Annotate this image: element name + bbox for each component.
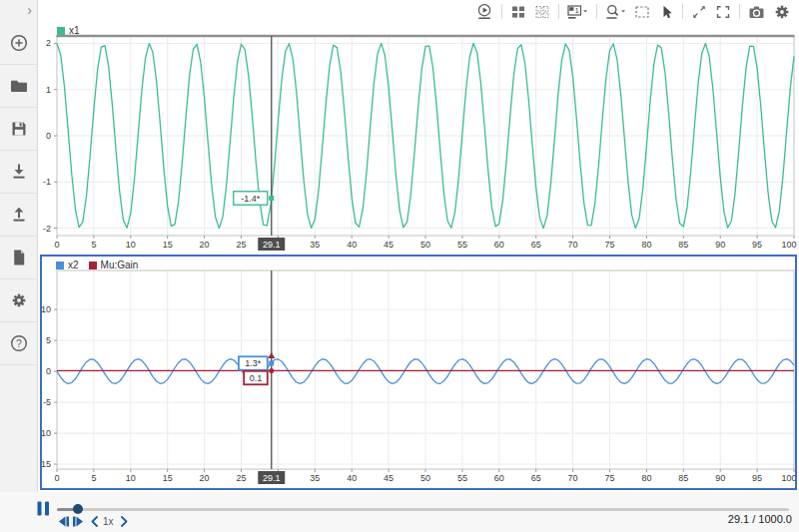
- sidebar-expand-chevron[interactable]: ›: [0, 0, 37, 22]
- x-tick-label: 25: [236, 473, 246, 483]
- legend-item-x2[interactable]: x2: [56, 260, 79, 270]
- x-tick-label: 5: [91, 473, 96, 483]
- toolbar-button-data-cursor[interactable]: 1: [567, 4, 588, 20]
- faster-button[interactable]: [120, 516, 129, 527]
- magnifier-icon: [605, 4, 626, 20]
- sidebar-item-settings[interactable]: [0, 279, 37, 322]
- x-tick-label: 45: [384, 240, 394, 250]
- x-tick-label: 65: [531, 473, 541, 483]
- sidebar-item-report[interactable]: [0, 237, 37, 279]
- y-tick-label: 10: [42, 304, 51, 314]
- pause-button[interactable]: [37, 501, 50, 516]
- cursor-time-label: 29.1: [263, 240, 281, 250]
- cursor-arrow-icon: [268, 352, 275, 358]
- slower-button[interactable]: [90, 516, 99, 527]
- step-back-button[interactable]: [57, 516, 70, 527]
- toolbar-button-fullscreen[interactable]: [715, 4, 731, 20]
- toolbar-button-run[interactable]: [476, 3, 493, 20]
- chevron-left-icon: [90, 516, 99, 527]
- step-forward-icon: [72, 516, 85, 527]
- x-tick-label: 70: [568, 240, 578, 250]
- fit-view-icon: [634, 4, 650, 20]
- x-tick-label: 15: [163, 473, 173, 483]
- x-tick-label: 5: [91, 240, 96, 250]
- fullscreen-icon: [715, 4, 731, 20]
- toolbar-button-plot-settings[interactable]: [773, 3, 791, 21]
- pointer-icon: [658, 4, 674, 20]
- time-slider[interactable]: [57, 508, 789, 511]
- legend-swatch-icon: [57, 27, 65, 35]
- toolbar-separator: [558, 4, 559, 19]
- gear-icon: [773, 3, 791, 21]
- cursor-time-label: 29.1: [263, 473, 281, 483]
- cursor-readout-value: 1.3*: [245, 358, 262, 368]
- legend-swatch-icon: [56, 262, 64, 269]
- x-tick-label: 100: [781, 473, 795, 483]
- x-tick-label: 75: [604, 240, 614, 250]
- legend-item-x1[interactable]: x1: [57, 25, 80, 36]
- sidebar-item-open[interactable]: [0, 65, 37, 108]
- x-tick-label: 85: [678, 473, 688, 483]
- time-slider-handle[interactable]: [73, 504, 83, 514]
- y-tick-label: 2: [46, 38, 51, 48]
- legend-item-Mu:Gain[interactable]: Mu:Gain: [89, 260, 139, 270]
- x-tick-label: 55: [457, 473, 467, 483]
- toolbar-button-zoom[interactable]: [605, 4, 626, 20]
- toolbar-separator: [501, 4, 502, 19]
- sidebar-item-import[interactable]: [0, 151, 37, 194]
- x-tick-label: 15: [163, 240, 173, 250]
- legend-label: x2: [68, 260, 79, 270]
- step-back-icon: [57, 516, 70, 527]
- x-tick-label: 65: [531, 240, 541, 250]
- bottom-plot[interactable]: 1050-5-10-150510152025354045505560657075…: [42, 268, 795, 488]
- time-display: 29.1 / 1000.0: [728, 513, 792, 525]
- sidebar-item-export[interactable]: [0, 194, 37, 237]
- top-plot[interactable]: 210-1-2051015202535404550556065707580859…: [38, 23, 799, 255]
- step-forward-button[interactable]: [72, 516, 85, 527]
- bottom-plot-legend: x2Mu:Gain: [56, 260, 138, 270]
- svg-text:1: 1: [575, 7, 579, 14]
- sidebar-item-save[interactable]: [0, 108, 37, 151]
- top-plot-legend: x1: [57, 25, 80, 36]
- y-tick-label: -2: [43, 224, 51, 234]
- toolbar-button-expand[interactable]: [691, 4, 707, 20]
- cursor-readout-value: -1.4*: [241, 194, 261, 204]
- x-tick-label: 90: [715, 240, 725, 250]
- toolbar-button-snapshot[interactable]: [748, 4, 765, 20]
- x-tick-label: 20: [200, 473, 210, 483]
- x-tick-label: 75: [604, 473, 614, 483]
- x-tick-label: 80: [641, 240, 651, 250]
- sidebar-item-help[interactable]: ?: [0, 322, 37, 365]
- x-tick-label: 85: [678, 240, 688, 250]
- toolbar: 1: [476, 0, 791, 23]
- x-tick-label: 35: [310, 240, 320, 250]
- x-tick-label: 0: [54, 473, 59, 483]
- x-tick-label: 80: [641, 473, 651, 483]
- cursor-marker: [269, 196, 274, 201]
- camera-icon: [748, 4, 765, 20]
- speed-label[interactable]: 1x: [103, 516, 114, 527]
- cursor-marker: [269, 360, 274, 365]
- legend-swatch-icon: [89, 262, 97, 269]
- expand-icon: [691, 4, 707, 20]
- document-icon: [9, 248, 29, 267]
- sidebar-item-add[interactable]: [0, 22, 37, 65]
- toolbar-button-layout-grid[interactable]: [510, 4, 526, 20]
- toolbar-button-fit-to-view[interactable]: [634, 4, 650, 20]
- y-tick-label: 0: [46, 366, 51, 376]
- x-tick-label: 70: [568, 473, 578, 483]
- toolbar-separator: [596, 4, 597, 19]
- x-tick-label: 25: [236, 240, 246, 250]
- legend-label: Mu:Gain: [101, 260, 139, 270]
- x-tick-label: 95: [752, 240, 762, 250]
- pause-icon: [37, 501, 50, 516]
- x-tick-label: 20: [200, 240, 210, 250]
- x-tick-label: 50: [420, 240, 430, 250]
- chevron-right-icon: [120, 516, 129, 527]
- x-tick-label: 0: [54, 240, 59, 250]
- x-tick-label: 40: [347, 473, 357, 483]
- bottom-plot-selected[interactable]: x2Mu:Gain 1050-5-10-15051015202535404550…: [40, 255, 797, 490]
- toolbar-button-layout-custom[interactable]: [534, 4, 550, 20]
- toolbar-button-pointer[interactable]: [658, 4, 674, 20]
- y-tick-label: 0: [46, 131, 51, 141]
